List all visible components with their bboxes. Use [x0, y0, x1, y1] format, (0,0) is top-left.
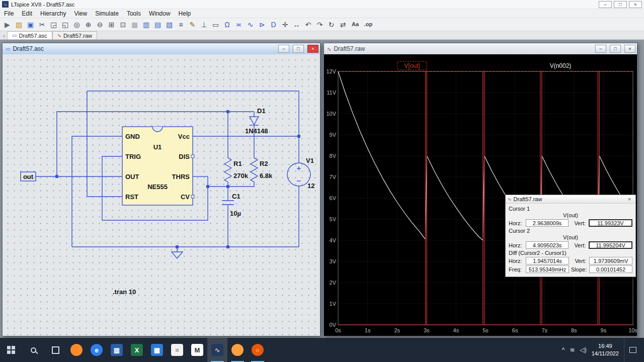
diode-d1[interactable]	[250, 117, 259, 125]
tray-expand-icon[interactable]: ^	[562, 346, 565, 353]
freq-value[interactable]: 513.95349mHz	[526, 265, 569, 273]
tab-draft57-raw[interactable]: ∿Draft57.raw	[52, 31, 97, 39]
diode-icon[interactable]: ⊳	[256, 19, 268, 30]
taskbar-app-firefox-2[interactable]	[227, 338, 248, 362]
open-icon[interactable]: ▨	[13, 19, 25, 30]
cascade-windows-icon[interactable]: ▧	[164, 19, 175, 30]
schematic-window-titlebar[interactable]: ▭ Draft57.asc – □ ×	[3, 43, 320, 54]
cursor1-horz-value[interactable]: 2.9638009s	[526, 219, 569, 227]
start-button[interactable]	[0, 338, 22, 362]
grid-icon[interactable]: ▦	[129, 19, 140, 30]
tile-horizontal-icon[interactable]: ▤	[152, 19, 164, 30]
find-icon[interactable]: ◎	[71, 19, 83, 30]
capacitor-c1[interactable]	[222, 201, 234, 205]
menu-tools[interactable]: Tools	[123, 10, 145, 18]
rotate-icon[interactable]: ↻	[326, 19, 337, 30]
search-button[interactable]	[22, 338, 44, 362]
slope-value[interactable]: 0.00101452	[589, 265, 632, 273]
zoom-area-icon[interactable]: ⊞	[106, 19, 117, 30]
mirror-icon[interactable]: ⇄	[337, 19, 349, 30]
diff-vert-value[interactable]: 1.9739609mV	[589, 257, 632, 264]
cursor2-vert-value[interactable]: 11.995204V	[589, 241, 632, 249]
undo-icon[interactable]: ↶	[302, 19, 314, 30]
waveform-minimize-button[interactable]: –	[595, 45, 606, 53]
resistor-icon[interactable]: Ω	[221, 19, 233, 30]
menu-help[interactable]: Help	[175, 10, 195, 18]
cursor-dialog[interactable]: ∿ Draft57.raw × Cursor 1 V(out) Horz: 2.…	[505, 195, 636, 277]
schematic-minimize-button[interactable]: –	[278, 45, 289, 53]
task-view-button[interactable]	[44, 338, 66, 362]
taskbar-app-notepad[interactable]: ≡	[167, 338, 187, 362]
volume-icon[interactable]: ◁)	[580, 346, 587, 353]
copy-icon[interactable]: ◲	[48, 19, 59, 30]
taskbar-app-opera[interactable]: ○	[248, 338, 268, 362]
dis-pin-marker[interactable]	[191, 155, 194, 158]
redo-icon[interactable]: ↷	[314, 19, 326, 30]
tab-draft57-asc[interactable]: ▭Draft57.asc	[7, 31, 52, 39]
notification-center-button[interactable]	[624, 338, 641, 362]
menu-edit[interactable]: Edit	[18, 10, 36, 18]
paste-icon[interactable]: ◱	[59, 19, 71, 30]
legend-v-out[interactable]: V[out]	[404, 62, 420, 69]
taskbar-app-office[interactable]: ▦	[147, 338, 167, 362]
taskbar-clock[interactable]: 16:49 14/11/2022	[592, 342, 619, 357]
taskbar-app-word[interactable]: M	[187, 338, 207, 362]
cursor1-vert-value[interactable]: 11.99323V	[589, 219, 632, 227]
schematic-canvas[interactable]: GND TRIG OUT RST Vcc DIS THRS CV U1 NE55…	[3, 54, 320, 336]
y-tick-label: 8V	[330, 153, 337, 159]
cursor-dialog-close-button[interactable]: ×	[625, 196, 633, 202]
move-icon[interactable]: ✛	[279, 19, 291, 30]
cursor2-horz-value[interactable]: 4.9095023s	[526, 241, 569, 249]
menu-simulate[interactable]: Simulate	[91, 10, 123, 18]
net-label-icon[interactable]: ▭	[210, 19, 221, 30]
menu-file[interactable]: File	[0, 10, 18, 18]
tile-vertical-icon[interactable]: ▥	[140, 19, 152, 30]
cv-pin-marker[interactable]	[191, 195, 194, 198]
u1-pin-gnd-label: GND	[125, 133, 140, 140]
waveform-plot[interactable]: 0s1s2s3s4s5s6s7s8s9s10s0V1V2V3V4V5V6V7V8…	[324, 54, 637, 336]
ground-icon[interactable]: ⊥	[198, 19, 210, 30]
zoom-fit-icon[interactable]: ⊡	[117, 19, 129, 30]
cut-icon[interactable]: ✂	[36, 19, 48, 30]
menu-window[interactable]: Window	[145, 10, 175, 18]
print-icon[interactable]: ≡	[175, 19, 187, 30]
waveform-maximize-button[interactable]: □	[610, 45, 621, 53]
zoom-out-icon[interactable]: ⊖	[94, 19, 106, 30]
tab-scroll-left-icon[interactable]: ‹	[1, 33, 7, 39]
wire-icon[interactable]: ✎	[187, 19, 198, 30]
maximize-button[interactable]: □	[614, 1, 627, 8]
waveform-window-titlebar[interactable]: ∿ Draft57.raw – □ ×	[324, 43, 637, 54]
legend-v-n002[interactable]: V(n002)	[550, 62, 572, 69]
schematic-close-button[interactable]: ×	[307, 45, 318, 53]
taskbar-app-reader[interactable]: ▥	[107, 338, 127, 362]
menu-view[interactable]: View	[70, 10, 91, 18]
diff-horz-value[interactable]: 1.9457014s	[526, 257, 569, 264]
cursor-dialog-titlebar[interactable]: ∿ Draft57.raw ×	[506, 195, 635, 204]
component-icon[interactable]: D	[268, 19, 279, 30]
run-icon[interactable]: ▶	[2, 19, 13, 30]
ground-symbol[interactable]	[172, 247, 183, 258]
capacitor-icon[interactable]: ≍	[233, 19, 245, 30]
d1-value-label: 1N4148	[245, 127, 268, 135]
taskbar-app-firefox[interactable]	[66, 338, 87, 362]
y-tick-label: 10V	[326, 111, 336, 117]
waveform-close-button[interactable]: ×	[624, 45, 635, 53]
network-icon[interactable]: ≋	[570, 346, 575, 353]
resistor-r2[interactable]	[251, 156, 258, 184]
drag-icon[interactable]: ↔	[291, 19, 302, 30]
taskbar-app-excel[interactable]: X	[127, 338, 147, 362]
spice-directive-icon[interactable]: .op	[362, 19, 375, 30]
inductor-icon[interactable]: ∿	[245, 19, 256, 30]
minimize-button[interactable]: –	[599, 1, 612, 8]
cursor2-horz-label: Horz:	[509, 242, 524, 248]
schematic-maximize-button[interactable]: □	[293, 45, 304, 53]
taskbar-app-edge[interactable]: e	[87, 338, 107, 362]
resistor-r1[interactable]	[224, 156, 231, 184]
menu-hierarchy[interactable]: Hierarchy	[36, 10, 70, 18]
save-icon[interactable]: ▣	[25, 19, 36, 30]
spice-directive-text[interactable]: .tran 10	[113, 288, 136, 296]
taskbar-app-ltspice[interactable]: ∿	[207, 338, 227, 362]
text-icon[interactable]: Aa	[349, 19, 362, 30]
close-button[interactable]: ×	[629, 1, 642, 8]
zoom-in-icon[interactable]: ⊕	[83, 19, 94, 30]
